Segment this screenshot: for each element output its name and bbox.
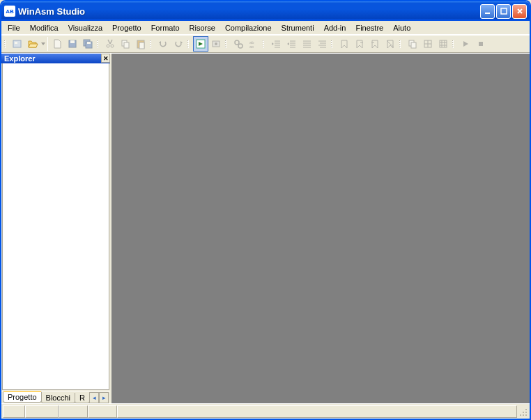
cut-button[interactable] (102, 36, 118, 52)
tab-blocchi[interactable]: Blocchi (41, 393, 75, 403)
toolbar-grip-4[interactable] (187, 37, 192, 51)
tab-scroll-left[interactable]: ◂ (89, 392, 99, 403)
menu-formato[interactable]: Formato (146, 22, 185, 33)
copy-button[interactable] (118, 36, 133, 52)
svg-rect-14 (139, 42, 144, 49)
menu-modifica[interactable]: Modifica (25, 22, 63, 33)
assemble-button[interactable] (208, 36, 224, 52)
resize-grip[interactable] (517, 406, 528, 417)
svg-rect-12 (124, 42, 129, 48)
toolbar-grip[interactable] (4, 37, 8, 51)
menu-risorse[interactable]: Risorse (185, 22, 220, 33)
app-icon: AB (4, 6, 15, 17)
svg-point-18 (235, 40, 239, 45)
mdi-client-area (111, 54, 530, 403)
resource-copy-button[interactable] (405, 36, 420, 52)
svg-point-19 (238, 44, 243, 48)
open-dropdown-arrow[interactable] (40, 42, 46, 45)
comment-button[interactable] (299, 36, 314, 52)
svg-point-29 (525, 412, 527, 413)
svg-point-9 (107, 45, 109, 47)
toolbar-grip-8[interactable] (399, 37, 403, 51)
indent-button[interactable] (284, 36, 299, 52)
titlebar[interactable]: AB WinAsm Studio (1, 1, 530, 21)
toolbar-grip-5[interactable] (225, 37, 229, 51)
bookmark-prev-button[interactable] (367, 36, 383, 52)
svg-rect-23 (411, 42, 416, 48)
replace-button[interactable]: abac (246, 36, 261, 52)
tab-scroll-right[interactable]: ▸ (99, 392, 109, 403)
svg-point-28 (523, 412, 524, 413)
go-button[interactable] (193, 36, 208, 52)
statusbar (1, 403, 530, 419)
maximize-button[interactable] (496, 4, 511, 19)
svg-rect-0 (485, 13, 490, 14)
menu-visualizza[interactable]: Visualizza (63, 22, 107, 33)
close-button[interactable] (512, 4, 527, 19)
status-cell-2 (25, 405, 59, 418)
find-button[interactable] (231, 36, 246, 52)
svg-rect-25 (440, 40, 447, 47)
status-cell-1 (3, 405, 25, 418)
bookmark-toggle-button[interactable] (337, 36, 352, 52)
window-title: WinAsm Studio (18, 6, 480, 17)
toolbar-grip-7[interactable] (331, 37, 335, 51)
tab-r[interactable]: R (75, 393, 90, 403)
toolbar-grip-9[interactable] (452, 37, 456, 51)
minimize-button[interactable] (480, 4, 495, 19)
run-button[interactable] (458, 36, 473, 52)
explorer-panel: Explorer ✕ Progetto Blocchi R ◂ ▸ (1, 54, 111, 403)
menu-strumenti[interactable]: Strumenti (277, 22, 319, 33)
outdent-button[interactable] (268, 36, 284, 52)
paste-button[interactable] (133, 36, 148, 52)
svg-point-10 (111, 45, 114, 47)
svg-rect-3 (15, 42, 17, 44)
toolbar: abac (1, 35, 530, 53)
explorer-title: Explorer (4, 54, 36, 63)
menu-finestre[interactable]: Finestre (351, 22, 388, 33)
undo-button[interactable] (155, 36, 171, 52)
svg-rect-26 (479, 42, 483, 46)
uncomment-button[interactable] (314, 36, 330, 52)
svg-rect-8 (87, 42, 91, 44)
open-button[interactable] (25, 36, 40, 52)
explorer-tree[interactable] (2, 63, 109, 390)
stop-button[interactable] (473, 36, 488, 52)
svg-rect-5 (70, 40, 75, 43)
explorer-tabs: Progetto Blocchi R ◂ ▸ (1, 391, 110, 403)
toolbar-grip-6[interactable] (263, 37, 267, 51)
explorer-header[interactable]: Explorer ✕ (1, 54, 110, 63)
toolbar-grip-3[interactable] (150, 37, 154, 51)
resource-grid2-button[interactable] (436, 36, 451, 52)
menu-aiuto[interactable]: Aiuto (388, 22, 415, 33)
save-button[interactable] (65, 36, 80, 52)
status-cell-4 (88, 405, 117, 418)
status-cell-main (117, 405, 517, 418)
new-file-button[interactable] (49, 36, 65, 52)
svg-point-17 (215, 42, 217, 45)
menu-addin[interactable]: Add-in (319, 22, 351, 33)
bookmark-next-button[interactable] (352, 36, 367, 52)
svg-point-30 (520, 414, 521, 416)
redo-button[interactable] (171, 36, 186, 52)
svg-text:ac: ac (249, 45, 254, 49)
explorer-close-button[interactable]: ✕ (101, 54, 110, 63)
svg-point-27 (525, 409, 527, 410)
status-cell-3 (59, 405, 88, 418)
workarea: Explorer ✕ Progetto Blocchi R ◂ ▸ (1, 53, 530, 403)
svg-rect-1 (501, 8, 507, 14)
new-project-button[interactable] (10, 36, 25, 52)
menu-progetto[interactable]: Progetto (107, 22, 146, 33)
tab-progetto[interactable]: Progetto (3, 391, 42, 403)
menu-file[interactable]: File (3, 22, 25, 33)
toolbar-grip-2[interactable] (97, 37, 101, 51)
bookmark-clear-button[interactable] (383, 36, 398, 52)
menu-compilazione[interactable]: Compilazione (220, 22, 277, 33)
save-all-button[interactable] (80, 36, 95, 52)
menubar: File Modifica Visualizza Progetto Format… (1, 21, 530, 35)
svg-point-31 (523, 414, 524, 416)
svg-point-32 (525, 414, 527, 416)
resource-grid-button[interactable] (420, 36, 436, 52)
